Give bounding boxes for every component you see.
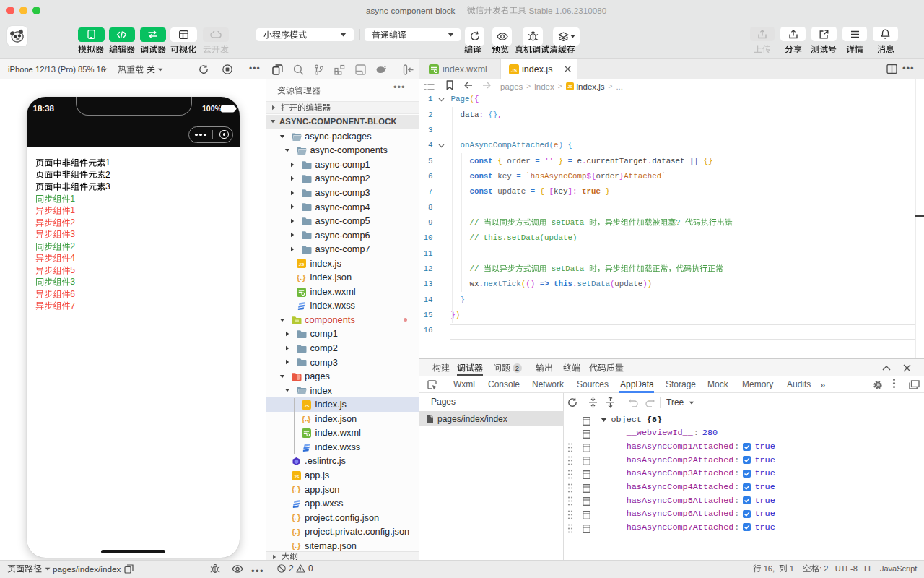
svg-text:JS: JS xyxy=(304,404,309,408)
svg-text:}: } xyxy=(297,485,301,493)
svg-text:JS: JS xyxy=(299,262,304,267)
svg-text:{: { xyxy=(292,485,295,493)
svg-text:}: } xyxy=(297,513,301,522)
svg-text:{: { xyxy=(297,273,300,282)
svg-text:}: } xyxy=(297,527,301,536)
svg-text:JS: JS xyxy=(567,85,572,89)
svg-text:{: { xyxy=(292,513,295,522)
svg-text:{: { xyxy=(302,415,305,423)
svg-text:}: } xyxy=(308,415,311,423)
svg-text:JS: JS xyxy=(293,474,298,478)
svg-text:}: } xyxy=(302,273,306,282)
svg-text:{: { xyxy=(292,527,295,536)
svg-text:{: { xyxy=(292,541,295,550)
svg-text:JS: JS xyxy=(511,68,518,73)
svg-text:}: } xyxy=(297,541,301,550)
